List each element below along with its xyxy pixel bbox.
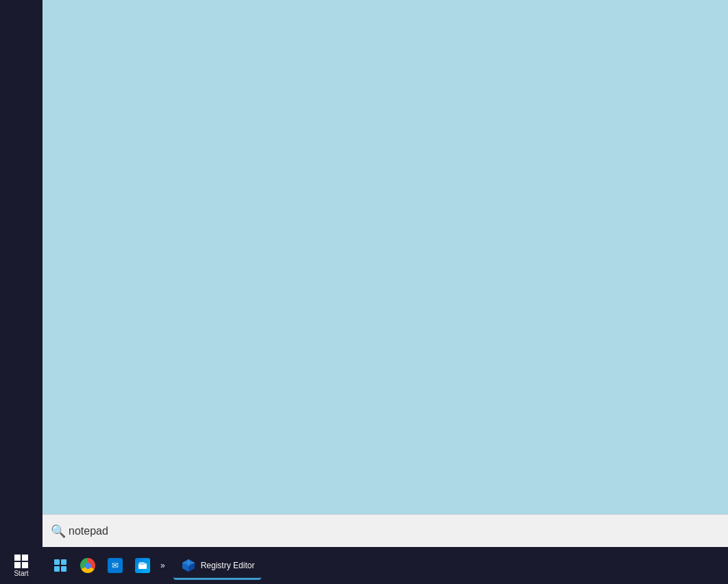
chrome-icon [80,558,95,573]
taskbar-icons-group: ✉ » [43,547,173,584]
search-input[interactable] [69,525,720,537]
windows-logo-icon [14,555,28,568]
desktop-area [43,0,728,514]
svg-rect-0 [54,559,60,565]
taskbar-pinned-apps: Registry Editor [173,551,262,580]
taskbar-icon-task-manager[interactable] [48,551,73,580]
svg-rect-1 [61,559,66,565]
svg-rect-2 [54,566,60,572]
task-manager-icon [53,558,68,573]
taskbar-icon-chrome[interactable] [75,551,100,580]
taskbar: Start ✉ [0,547,728,584]
edge-icon [135,558,150,573]
search-bar-container: 🔍 [43,514,728,547]
start-label: Start [14,570,28,577]
search-icon: 🔍 [51,524,66,539]
registry-icon-svg [180,557,197,574]
more-apps-button[interactable]: » [158,558,168,573]
taskbar-registry-editor[interactable]: Registry Editor [173,551,262,580]
taskbar-icon-mail[interactable]: ✉ [103,551,128,580]
svg-rect-3 [61,566,66,572]
registry-editor-label: Registry Editor [201,561,255,570]
edge-icon-svg [138,561,147,570]
svg-rect-5 [139,562,145,565]
registry-editor-icon [180,557,197,574]
left-sidebar [0,0,43,548]
mail-icon: ✉ [108,558,123,573]
taskbar-icon-edge[interactable] [130,551,155,580]
start-button[interactable]: Start [0,547,43,584]
